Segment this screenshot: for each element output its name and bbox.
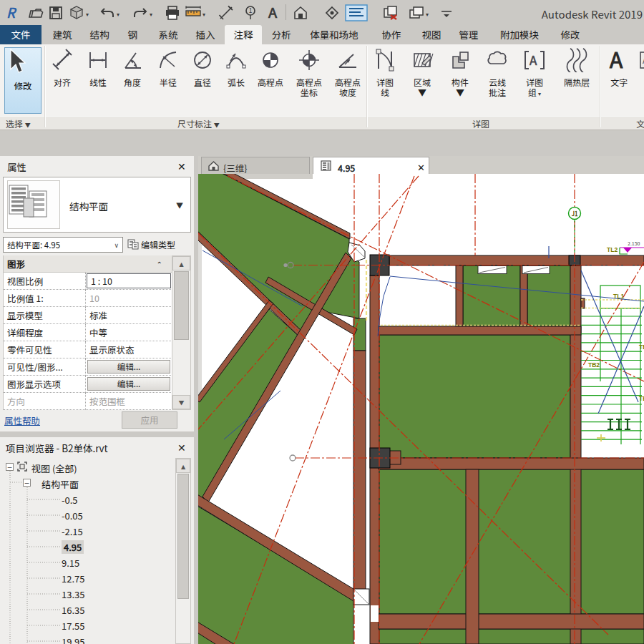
floor-slab[interactable] [353, 318, 366, 351]
insulation-button[interactable]: 隔热层 [557, 48, 597, 87]
filled-region-dropdown[interactable]: ▼ [406, 87, 439, 97]
ribbon-tab-6[interactable]: 注释 [225, 25, 262, 44]
view-tab-3d[interactable]: {三维} [201, 157, 310, 174]
dimension-icon[interactable] [218, 4, 235, 21]
aligned-dimension-label: 对齐 [46, 77, 79, 87]
tree-level-6[interactable]: 13.35 [62, 587, 84, 601]
stair-label-tb-b: TB [639, 395, 644, 402]
floor-slab[interactable] [379, 335, 570, 458]
structural-wall[interactable] [379, 326, 581, 335]
filled-region-button[interactable]: 区域▼ [406, 48, 439, 97]
arc-length-dimension-label: 弧长 [220, 77, 253, 87]
ribbon-tab-bar: 文件建筑结构钢系统插入注释分析体量和场地协作视图管理附加模块修改 [0, 25, 644, 44]
structural-wall[interactable] [570, 265, 581, 644]
structural-wall[interactable] [456, 265, 463, 326]
ribbon-tab-2[interactable]: 结构 [83, 25, 116, 44]
quick-access-toolbar: R▾▾▾▾1A▾Autodesk Revit 2019 [0, 0, 644, 25]
aligned-dimension-button[interactable]: 对齐 [46, 48, 79, 87]
measure-icon[interactable] [185, 4, 202, 21]
select-panel-label[interactable]: 选择 ▼ [6, 117, 31, 130]
tree-level-3[interactable]: 4.95 [62, 540, 84, 554]
view-tab-close-icon[interactable]: ✕ [417, 160, 425, 174]
plan-drawing[interactable]: J12.150TL2TL1TB2TBTB [198, 174, 644, 644]
ribbon-tab-7[interactable]: 分析 [263, 25, 299, 44]
tree-level-5[interactable]: 12.75 [62, 572, 84, 585]
tree-level-7[interactable]: 16.35 [62, 603, 84, 617]
group-expander[interactable]: − [23, 479, 31, 487]
revit-logo[interactable]: R [4, 4, 21, 21]
arc-length-dimension-button[interactable]: 弧长 [220, 48, 253, 87]
undo-icon[interactable] [99, 4, 116, 21]
root-expander[interactable]: − [6, 463, 14, 471]
floor-slab[interactable] [379, 469, 644, 614]
text-icon[interactable]: A [265, 4, 282, 21]
text-panel-label[interactable]: 文字 [636, 117, 644, 130]
thin-lines-icon[interactable] [345, 4, 362, 21]
print-icon[interactable] [164, 4, 181, 21]
structural-wall[interactable] [379, 458, 644, 469]
ribbon-tab-10[interactable]: 视图 [414, 25, 449, 44]
tree-level-0[interactable]: -0.5 [62, 493, 78, 507]
spot-elevation-button[interactable]: 高程点 [252, 48, 289, 87]
ribbon-tab-0[interactable]: 文件 [0, 25, 42, 44]
check-spelling-button[interactable]: AB [637, 48, 644, 77]
spot-slope-button[interactable]: 高程点坡度 [329, 48, 366, 97]
tree-level-8[interactable]: 17.55 [62, 619, 84, 633]
structural-wall[interactable] [520, 265, 527, 326]
structural-wall[interactable] [389, 255, 644, 265]
close-hidden-icon[interactable] [382, 4, 399, 21]
section-icon[interactable] [323, 4, 341, 21]
modify-button[interactable]: 修改 [4, 47, 42, 114]
tree-level-2[interactable]: -2.15 [62, 525, 83, 538]
view-tab-495[interactable]: 4.95✕ [313, 157, 429, 174]
ribbon-tab-12[interactable]: 附加模块 [489, 25, 550, 44]
tree-root-views[interactable]: 视图 (全部) [31, 462, 77, 475]
cascade-icon-dropdown[interactable]: ▾ [426, 10, 429, 18]
detail-group-button[interactable]: A详图组 ▾ [518, 48, 551, 98]
ribbon-tab-13[interactable]: 修改 [552, 25, 588, 44]
diameter-dimension-button[interactable]: 直径 [186, 48, 219, 87]
open-icon[interactable] [27, 4, 44, 21]
tag-icon[interactable]: 1 [242, 4, 259, 21]
ribbon-tab-1[interactable]: 建筑 [46, 25, 79, 44]
ribbon-tab-5[interactable]: 插入 [187, 25, 223, 44]
detail-component-dropdown[interactable]: ▼ [444, 87, 477, 97]
angular-dimension-button[interactable]: 角度 [116, 48, 149, 87]
measure-icon-dropdown[interactable]: ▾ [203, 10, 205, 18]
sync-icon[interactable] [68, 4, 85, 21]
tree-connectors [0, 156, 194, 644]
detail-panel-label[interactable]: 详图 [472, 117, 489, 130]
ribbon-tab-4[interactable]: 系统 [150, 25, 186, 44]
floor-slab[interactable] [527, 265, 570, 326]
tree-level-9[interactable]: 19.95 [62, 635, 84, 644]
ribbon-tab-3[interactable]: 钢 [119, 25, 146, 44]
tree-level-1[interactable]: -0.05 [62, 509, 83, 522]
dimension-panel-label[interactable]: 尺寸标注 ▼ [177, 117, 220, 130]
redo-icon-dropdown[interactable]: ▾ [150, 10, 152, 18]
sync-icon-dropdown[interactable]: ▾ [86, 10, 89, 18]
linear-dimension-button[interactable]: 线性 [82, 48, 114, 87]
cascade-icon[interactable] [408, 4, 425, 21]
tree-level-4[interactable]: 9.15 [62, 556, 79, 570]
detail-component-button[interactable]: 构件▼ [444, 48, 477, 97]
detail-line-button[interactable]: 详图线 [369, 48, 401, 97]
redo-icon[interactable] [132, 4, 149, 21]
revision-cloud-button[interactable]: 云线批注 [481, 48, 514, 97]
browser-scrollbar[interactable]: ▲ [175, 458, 191, 644]
tree-group-structural-plans[interactable]: 结构平面 [42, 477, 79, 491]
structural-wall[interactable] [466, 469, 479, 644]
spot-elevation-label: 高程点 [252, 77, 289, 87]
spot-coordinate-button[interactable]: 高程点坐标 [291, 48, 328, 97]
radial-dimension-button[interactable]: 半径 [152, 48, 185, 87]
undo-icon-dropdown[interactable]: ▾ [117, 10, 119, 18]
structural-wall[interactable] [353, 351, 366, 590]
default-3d-icon[interactable] [292, 4, 309, 21]
structural-wall[interactable] [379, 614, 644, 629]
ribbon-tab-8[interactable]: 体量和场地 [301, 25, 368, 44]
save-icon[interactable] [47, 4, 64, 21]
ribbon-tab-11[interactable]: 管理 [451, 25, 487, 44]
revision-cloud-label2: 批注 [481, 87, 514, 97]
text-button[interactable]: A文字 [603, 48, 635, 87]
ribbon-tab-9[interactable]: 协作 [374, 25, 409, 44]
qat-menu-icon[interactable] [438, 4, 455, 21]
